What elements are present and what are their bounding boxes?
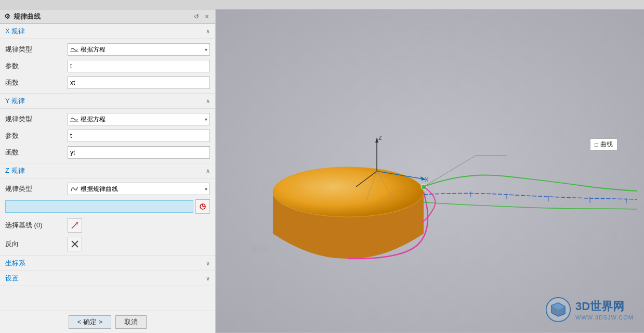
watermark-sub-text: WWW.3DSJW.COM bbox=[575, 314, 634, 321]
z-law-type-row: 规律类型 根据规律曲线 ▾ bbox=[0, 181, 215, 197]
watermark: 3D世界网 WWW.3DSJW.COM bbox=[545, 297, 634, 323]
coordinate-chevron-icon: ∨ bbox=[206, 260, 210, 267]
y-form-section: 规律类型 根据方程 ▾ 参数 函数 bbox=[0, 109, 215, 163]
curve-tooltip: □ 曲线 bbox=[590, 138, 617, 150]
z-section-title: Z 规律 bbox=[5, 166, 25, 175]
y-section-header[interactable]: Y 规律 ∧ bbox=[0, 94, 215, 109]
y-law-type-value: 根据方程 bbox=[81, 115, 106, 124]
watermark-main-text: 3D世界网 bbox=[575, 299, 634, 314]
x-param-input[interactable] bbox=[68, 60, 210, 72]
gear-icon: ⚙ bbox=[4, 12, 10, 20]
coordinate-section-title: 坐标系 bbox=[5, 259, 25, 268]
z-reverse-label: 反向 bbox=[5, 239, 68, 249]
top-toolbar bbox=[0, 0, 644, 9]
z-law-type-select[interactable]: 根据规律曲线 ▾ bbox=[68, 183, 210, 195]
y-func-row: 函数 bbox=[0, 144, 215, 161]
y-param-control bbox=[68, 130, 210, 142]
z-input-row bbox=[0, 197, 215, 216]
confirm-button[interactable]: < 确定 > bbox=[69, 315, 111, 329]
z-spine-control bbox=[68, 218, 210, 233]
y-section-title: Y 规律 bbox=[5, 96, 25, 106]
close-icon[interactable]: × bbox=[203, 12, 211, 21]
x-form-section: 规律类型 根据方程 ▾ 参数 函数 bbox=[0, 39, 215, 94]
settings-section-header[interactable]: 设置 ∨ bbox=[0, 271, 215, 286]
refresh-icon[interactable]: ↺ bbox=[192, 12, 201, 21]
svg-text:X: X bbox=[425, 176, 429, 183]
z-spine-btn[interactable] bbox=[68, 218, 82, 233]
z-form-section: 规律类型 根据规律曲线 ▾ bbox=[0, 178, 215, 256]
y-law-type-label: 规律类型 bbox=[5, 114, 68, 124]
panel-header: ⚙ 规律曲线 ↺ × bbox=[0, 9, 215, 24]
y-param-label: 参数 bbox=[5, 131, 68, 140]
cancel-button[interactable]: 取消 bbox=[115, 315, 147, 329]
x-func-label: 函数 bbox=[5, 78, 68, 87]
z-curve-input[interactable] bbox=[5, 200, 193, 213]
curve-icon: □ bbox=[595, 141, 598, 148]
z-reverse-control bbox=[68, 237, 210, 251]
z-spine-label: 选择基线 (0) bbox=[5, 221, 68, 230]
x-law-type-value: 根据方程 bbox=[81, 45, 106, 54]
watermark-logo-icon bbox=[545, 297, 571, 323]
z-law-type-value: 根据规律曲线 bbox=[81, 185, 118, 194]
panel-footer: < 确定 > 取消 bbox=[0, 311, 215, 333]
3d-scene: Z X bbox=[216, 9, 644, 333]
y-param-row: 参数 bbox=[0, 127, 215, 144]
x-law-type-select[interactable]: 根据方程 ▾ bbox=[68, 43, 210, 56]
y-func-input[interactable] bbox=[68, 146, 210, 159]
z-spine-icon bbox=[70, 221, 80, 230]
equation-icon bbox=[70, 45, 78, 54]
coordinate-section-header[interactable]: 坐标系 ∨ bbox=[0, 256, 215, 271]
x-law-type-label: 规律类型 bbox=[5, 45, 68, 54]
settings-chevron-icon: ∨ bbox=[206, 275, 210, 282]
curve-label-text: 曲线 bbox=[600, 140, 613, 149]
x-param-row: 参数 bbox=[0, 58, 215, 74]
main-area: ⚙ 规律曲线 ↺ × X 规律 ∧ 规律类型 根据方程 bbox=[0, 9, 644, 333]
x-param-label: 参数 bbox=[5, 61, 68, 71]
z-spine-row: 选择基线 (0) bbox=[0, 216, 215, 235]
y-func-label: 函数 bbox=[5, 148, 68, 157]
panel-title-text: 规律曲线 bbox=[14, 12, 41, 21]
z-law-type-label: 规律类型 bbox=[5, 184, 68, 194]
x-func-input[interactable] bbox=[68, 76, 210, 89]
z-law-type-control: 根据规律曲线 ▾ bbox=[68, 183, 210, 195]
z-section-header[interactable]: Z 规律 ∧ bbox=[0, 163, 215, 178]
viewport[interactable]: Z X bbox=[216, 9, 644, 333]
svg-point-11 bbox=[273, 167, 424, 217]
z-select-icon bbox=[198, 202, 207, 211]
y-chevron-icon: ∧ bbox=[206, 98, 210, 105]
z-curve-select-btn[interactable] bbox=[195, 199, 210, 214]
x-law-type-control: 根据方程 ▾ bbox=[68, 43, 210, 56]
z-reverse-row: 反向 bbox=[0, 235, 215, 253]
panel-title-group: ⚙ 规律曲线 bbox=[4, 12, 41, 21]
x-section-header[interactable]: X 规律 ∧ bbox=[0, 24, 215, 39]
y-law-type-control: 根据方程 ▾ bbox=[68, 113, 210, 125]
z-curve-icon bbox=[70, 185, 78, 193]
z-reverse-icon bbox=[70, 239, 80, 249]
x-param-control bbox=[68, 60, 210, 72]
z-input-control bbox=[5, 199, 210, 214]
svg-rect-9 bbox=[216, 10, 644, 332]
z-law-type-arrow: ▾ bbox=[205, 186, 207, 192]
y-law-type-select[interactable]: 根据方程 ▾ bbox=[68, 113, 210, 125]
y-law-type-row: 规律类型 根据方程 ▾ bbox=[0, 111, 215, 127]
settings-section-title: 设置 bbox=[5, 274, 19, 283]
panel-header-actions: ↺ × bbox=[192, 12, 211, 21]
y-param-input[interactable] bbox=[68, 130, 210, 142]
x-func-control bbox=[68, 76, 210, 89]
atta-text: AtTA bbox=[252, 244, 269, 252]
x-func-row: 函数 bbox=[0, 74, 215, 91]
y-equation-icon bbox=[70, 115, 78, 123]
z-chevron-icon: ∧ bbox=[206, 168, 210, 174]
x-chevron-icon: ∧ bbox=[206, 28, 210, 35]
y-func-control bbox=[68, 146, 210, 159]
panel: ⚙ 规律曲线 ↺ × X 规律 ∧ 规律类型 根据方程 bbox=[0, 9, 216, 333]
x-section-title: X 规律 bbox=[5, 27, 25, 36]
x-law-type-row: 规律类型 根据方程 ▾ bbox=[0, 41, 215, 58]
svg-text:Z: Z bbox=[378, 135, 382, 141]
watermark-text-group: 3D世界网 WWW.3DSJW.COM bbox=[575, 299, 634, 321]
z-reverse-btn[interactable] bbox=[68, 237, 82, 251]
x-law-type-arrow: ▾ bbox=[205, 47, 207, 53]
y-law-type-arrow: ▾ bbox=[205, 117, 207, 122]
